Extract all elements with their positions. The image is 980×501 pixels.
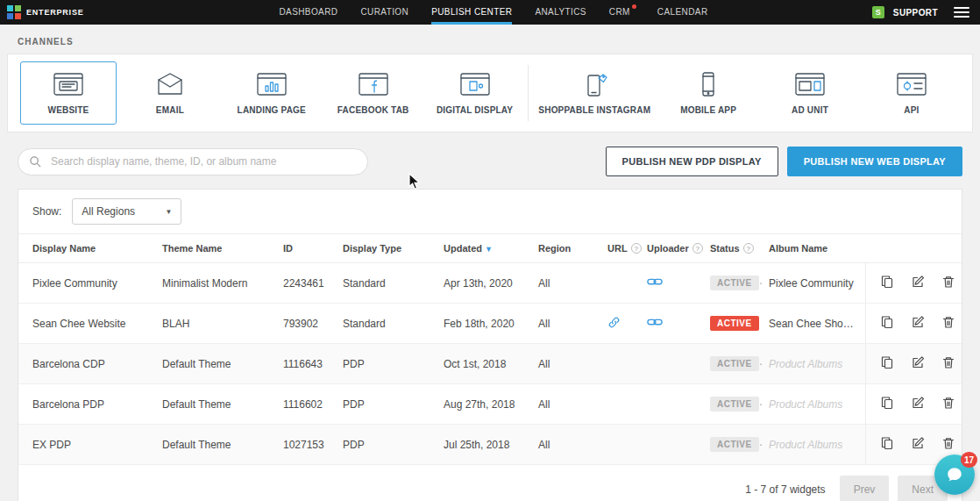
duplicate-icon[interactable] — [880, 355, 894, 372]
col-status: Status — [703, 234, 762, 263]
updated-cell: Apr 13th, 2020 — [437, 263, 531, 304]
duplicate-icon[interactable] — [880, 315, 894, 332]
uploader-cell — [640, 304, 703, 344]
delete-icon[interactable] — [941, 396, 955, 412]
channel-website[interactable]: WEBSITE — [20, 61, 117, 125]
display-type-cell: PDP — [336, 344, 437, 384]
nav-item-analytics[interactable]: ANALYTICS — [535, 0, 586, 25]
search-box — [18, 148, 368, 175]
status-cell: ACTIVE — [703, 304, 762, 344]
support-avatar[interactable]: S — [872, 6, 884, 18]
region-filter-dropdown[interactable]: All Regions — [72, 198, 181, 225]
row-actions — [865, 384, 962, 425]
region-cell: All — [531, 304, 600, 344]
page-content: CHANNELS WEBSITE EMAIL LANDING PAGE — [0, 37, 980, 501]
theme-name-cell: Minimalist Modern — [155, 263, 276, 304]
region-filter-value: All Regions — [82, 205, 135, 218]
url-cell — [600, 263, 640, 304]
brand: ENTERPRISE — [7, 5, 182, 19]
publish-new-web-display-button[interactable]: PUBLISH NEW WEB DISPLAY — [787, 147, 962, 176]
url-link-icon[interactable] — [607, 319, 621, 332]
delete-icon[interactable] — [941, 436, 955, 453]
sort-desc-icon — [485, 245, 493, 254]
chat-launcher[interactable]: 17 — [934, 454, 975, 495]
row-actions — [865, 344, 962, 384]
display-type-cell: Standard — [336, 304, 437, 344]
pagination-summary: 1 - 7 of 7 widgets — [745, 483, 825, 496]
filter-row: Show: All Regions — [18, 190, 962, 233]
delete-icon[interactable] — [941, 355, 955, 372]
uploader-link-icon[interactable] — [647, 277, 663, 290]
region-cell: All — [531, 425, 600, 465]
edit-icon[interactable] — [911, 315, 925, 332]
id-cell: 1116643 — [276, 344, 336, 384]
uploader-link-icon[interactable] — [647, 318, 663, 330]
topbar-right: S SUPPORT — [805, 6, 980, 18]
uploader-help-icon[interactable] — [692, 243, 703, 254]
mobile-app-icon — [692, 71, 724, 97]
album-name-cell: Pixlee Community — [762, 263, 865, 304]
facebook-tab-icon — [358, 71, 389, 97]
prev-page-button[interactable]: Prev — [840, 476, 890, 501]
uploader-cell — [640, 263, 703, 304]
top-navigation-bar: ENTERPRISE DASHBOARD CURATION PUBLISH CE… — [0, 0, 980, 25]
status-help-icon[interactable] — [743, 243, 754, 254]
support-link[interactable]: SUPPORT — [893, 8, 938, 18]
hamburger-menu-icon[interactable] — [954, 7, 969, 18]
email-icon — [154, 71, 186, 97]
channel-landing-page[interactable]: LANDING PAGE — [224, 61, 320, 125]
table-header-row: Display Name Theme Name ID Display Type … — [18, 234, 962, 263]
main-nav: DASHBOARD CURATION PUBLISH CENTER ANALYT… — [182, 0, 805, 25]
updated-cell: Oct 1st, 2018 — [437, 344, 531, 384]
nav-item-publish-center[interactable]: PUBLISH CENTER — [431, 0, 512, 25]
channels-divider — [528, 65, 529, 121]
col-album-name: Album Name — [762, 234, 865, 263]
updated-cell: Jul 25th, 2018 — [437, 425, 531, 465]
digital-display-icon — [459, 71, 491, 97]
url-cell — [600, 425, 640, 465]
row-actions — [865, 263, 962, 304]
show-label: Show: — [32, 205, 61, 218]
channel-digital-display[interactable]: DIGITAL DISPLAY — [427, 61, 523, 125]
col-display-type: Display Type — [336, 234, 437, 263]
display-name-cell: Pixlee Community — [18, 263, 155, 304]
channel-api[interactable]: API — [863, 61, 960, 125]
delete-icon[interactable] — [941, 315, 955, 332]
chevron-down-icon — [165, 208, 172, 216]
delete-icon[interactable] — [941, 275, 955, 291]
pixlee-logo-icon — [7, 5, 21, 19]
channel-mobile-app[interactable]: MOBILE APP — [660, 61, 756, 125]
displays-table: Display Name Theme Name ID Display Type … — [18, 233, 962, 465]
table-row: Barcelona PDP Default Theme 1116602 PDP … — [18, 384, 962, 425]
publish-new-pdp-display-button[interactable]: PUBLISH NEW PDP DISPLAY — [606, 147, 778, 176]
edit-icon[interactable] — [911, 275, 925, 291]
nav-item-dashboard[interactable]: DASHBOARD — [279, 0, 337, 25]
url-help-icon[interactable] — [631, 243, 642, 254]
status-cell: ACTIVE — [703, 263, 762, 304]
col-id: ID — [276, 234, 336, 263]
duplicate-icon[interactable] — [880, 275, 894, 291]
channel-facebook-tab[interactable]: FACEBOOK TAB — [325, 61, 422, 125]
edit-icon[interactable] — [911, 355, 925, 372]
edit-icon[interactable] — [911, 436, 925, 453]
channel-shoppable-instagram[interactable]: SHOPPABLE INSTAGRAM — [534, 61, 655, 125]
col-region: Region — [531, 234, 600, 263]
nav-item-curation[interactable]: CURATION — [360, 0, 408, 25]
col-updated[interactable]: Updated — [437, 234, 531, 263]
search-input[interactable] — [49, 154, 357, 168]
chat-icon — [944, 464, 965, 485]
status-badge: ACTIVE — [710, 397, 759, 412]
col-uploader: Uploader — [640, 234, 703, 263]
duplicate-icon[interactable] — [880, 396, 894, 412]
nav-item-calendar[interactable]: CALENDAR — [657, 0, 708, 25]
duplicate-icon[interactable] — [880, 436, 894, 453]
status-badge: ACTIVE — [710, 316, 759, 331]
channel-email[interactable]: EMAIL — [122, 61, 218, 125]
displays-table-card: Show: All Regions Display Name Theme Nam… — [18, 189, 962, 501]
theme-name-cell: BLAH — [155, 304, 276, 344]
updated-cell: Feb 18th, 2020 — [437, 304, 531, 344]
edit-icon[interactable] — [911, 396, 925, 412]
channel-ad-unit[interactable]: AD UNIT — [762, 61, 858, 125]
nav-item-crm[interactable]: CRM — [609, 0, 635, 25]
url-cell — [600, 384, 640, 425]
